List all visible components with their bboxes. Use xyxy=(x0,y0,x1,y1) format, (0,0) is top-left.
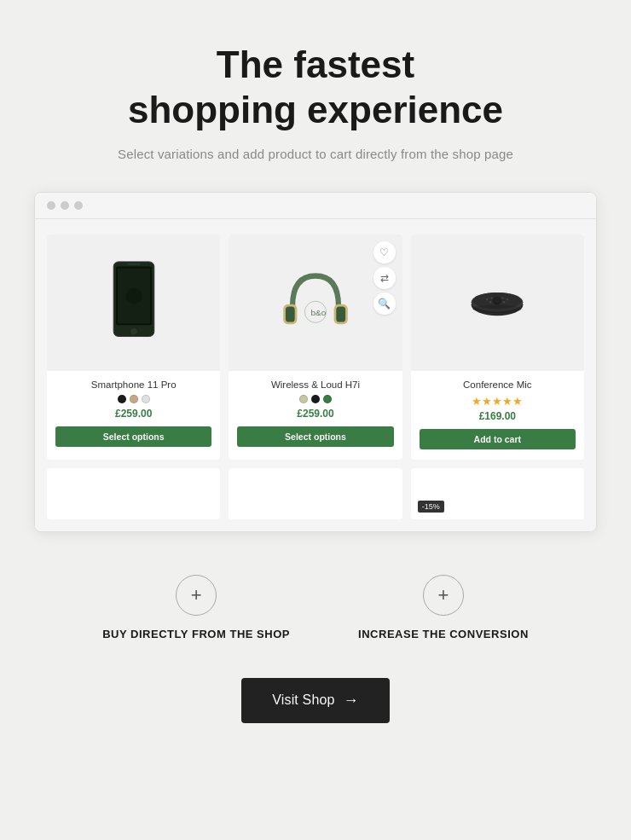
feature-buy-direct: + BUY DIRECTLY FROM THE SHOP xyxy=(102,575,290,640)
feature-label-buy: BUY DIRECTLY FROM THE SHOP xyxy=(102,628,290,640)
color-swatches-smartphone xyxy=(55,395,211,403)
browser-dot-2 xyxy=(61,201,69,210)
svg-text:b&o: b&o xyxy=(311,308,327,317)
browser-dot-3 xyxy=(74,201,83,210)
browser-bar xyxy=(35,193,596,219)
feature-icon-buy: + xyxy=(176,575,217,616)
wishlist-button[interactable]: ♡ xyxy=(373,241,396,264)
visit-shop-label: Visit Shop xyxy=(272,692,334,708)
product-info-mic: Conference Mic ★★★★★ £169.00 Add to cart xyxy=(411,371,584,460)
features-section: + BUY DIRECTLY FROM THE SHOP + INCREASE … xyxy=(26,575,605,640)
discount-badge: -15% xyxy=(418,501,444,513)
svg-point-25 xyxy=(473,304,523,313)
conference-mic-icon xyxy=(463,277,531,328)
svg-rect-7 xyxy=(286,306,295,322)
swatch[interactable] xyxy=(299,395,308,403)
product-price-headphones: £259.00 xyxy=(237,408,393,420)
visit-shop-button[interactable]: Visit Shop → xyxy=(241,678,390,723)
color-swatches-headphones xyxy=(237,395,393,403)
swatch[interactable] xyxy=(142,395,150,403)
feature-label-conversion: INCREASE THE CONVERSION xyxy=(358,628,529,640)
add-to-cart-button-mic[interactable]: Add to cart xyxy=(420,429,576,449)
product-actions: ♡ ⇄ 🔍 xyxy=(373,241,396,315)
product-placeholder-1 xyxy=(47,468,220,519)
page-wrapper: The fastest shopping experience Select v… xyxy=(0,0,631,766)
swatch[interactable] xyxy=(118,395,126,403)
svg-point-22 xyxy=(503,301,505,303)
product-card-smartphone: Smartphone 11 Pro £259.00 Select options xyxy=(47,235,220,460)
browser-dot-1 xyxy=(47,201,55,210)
browser-mockup: Smartphone 11 Pro £259.00 Select options xyxy=(34,192,597,532)
product-image-smartphone xyxy=(47,235,220,371)
product-placeholder-2 xyxy=(229,468,402,519)
product-card-headphones: ♡ ⇄ 🔍 xyxy=(229,235,402,460)
svg-point-16 xyxy=(491,297,493,298)
swatch[interactable] xyxy=(311,395,320,403)
feature-conversion: + INCREASE THE CONVERSION xyxy=(358,575,529,640)
product-name-headphones: Wireless & Loud H7i xyxy=(237,379,393,390)
headphones-icon: b&o xyxy=(277,260,354,345)
svg-rect-9 xyxy=(336,306,345,322)
products-row-bottom: -15% xyxy=(47,468,584,519)
select-options-button-smartphone[interactable]: Select options xyxy=(55,426,211,447)
product-placeholder-3: -15% xyxy=(411,468,584,519)
product-info-smartphone: Smartphone 11 Pro £259.00 Select options xyxy=(47,371,220,457)
product-image-headphones: ♡ ⇄ 🔍 xyxy=(229,235,402,371)
product-info-headphones: Wireless & Loud H7i £259.00 Select optio… xyxy=(229,371,402,457)
smartphone-icon xyxy=(104,260,164,345)
product-image-mic xyxy=(411,235,584,371)
compare-button[interactable]: ⇄ xyxy=(373,267,396,289)
arrow-icon: → xyxy=(344,692,359,710)
svg-point-24 xyxy=(494,296,501,303)
product-name-smartphone: Smartphone 11 Pro xyxy=(55,379,211,390)
products-grid: Smartphone 11 Pro £259.00 Select options xyxy=(47,235,584,460)
svg-point-18 xyxy=(502,297,504,298)
subtitle: Select variations and add product to car… xyxy=(118,147,513,161)
product-card-mic: Conference Mic ★★★★★ £169.00 Add to cart xyxy=(411,235,584,460)
select-options-button-headphones[interactable]: Select options xyxy=(237,426,393,447)
svg-point-2 xyxy=(130,328,137,335)
feature-icon-conversion: + xyxy=(423,575,464,616)
zoom-button[interactable]: 🔍 xyxy=(373,293,396,315)
svg-point-19 xyxy=(507,298,508,299)
swatch[interactable] xyxy=(323,395,332,403)
swatch[interactable] xyxy=(130,395,138,403)
product-price-mic: £169.00 xyxy=(420,410,576,422)
svg-rect-3 xyxy=(127,263,140,264)
product-name-mic: Conference Mic xyxy=(420,379,576,390)
main-title: The fastest shopping experience xyxy=(128,43,503,133)
browser-content: Smartphone 11 Pro £259.00 Select options xyxy=(35,219,596,531)
svg-point-5 xyxy=(125,287,142,304)
product-price-smartphone: £259.00 xyxy=(55,408,211,420)
product-stars-mic: ★★★★★ xyxy=(420,395,576,408)
svg-point-20 xyxy=(489,301,491,303)
svg-point-15 xyxy=(486,298,488,299)
